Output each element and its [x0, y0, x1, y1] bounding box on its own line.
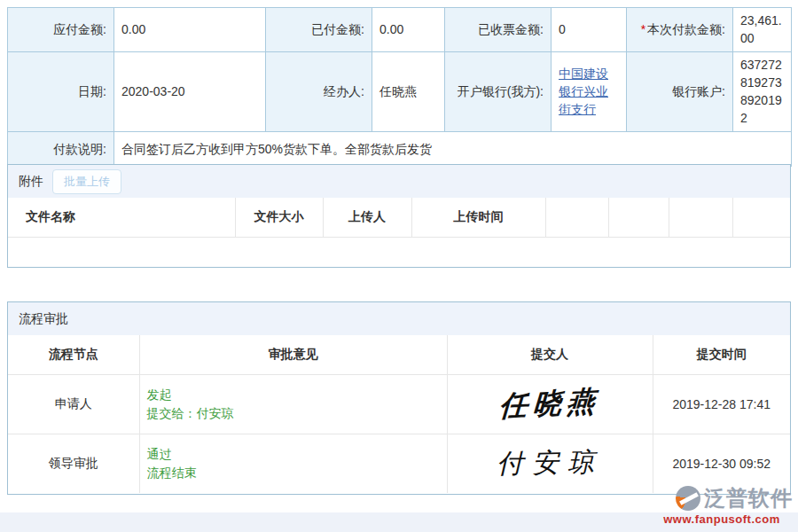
- table-row: 日期: 2020-03-20 经办人: 任晓燕 开户银行(我方): 中国建设银行…: [8, 51, 792, 131]
- current-payment-value: 23,461.00: [733, 8, 792, 52]
- handler-value: 任晓燕: [372, 51, 445, 131]
- signature-image: 任晓燕: [498, 381, 601, 426]
- approval-header: 流程审批: [8, 302, 790, 335]
- approval-panel: 流程审批 流程节点 审批意见 提交人 提交时间 申请人 发起 提交给：付安琼 任…: [7, 301, 791, 495]
- required-asterisk: *: [641, 22, 645, 36]
- invoiced-amount-value: 0: [552, 8, 627, 52]
- paid-amount-value: 0.00: [372, 8, 445, 52]
- col-submit-time: 提交时间: [653, 335, 790, 374]
- attachments-header-row: 文件名称 文件大小 上传人 上传时间: [8, 198, 790, 237]
- col-file-name: 文件名称: [8, 198, 235, 237]
- payment-summary-table: 应付金额: 0.00 已付金额: 0.00 已收票金额: 0 *本次付款金额: …: [7, 7, 792, 167]
- col-flow-node: 流程节点: [8, 335, 139, 374]
- col-empty: [732, 198, 790, 237]
- col-empty: [608, 198, 669, 237]
- bank-account-label: 银行账户:: [627, 51, 733, 131]
- col-submitter: 提交人: [447, 335, 653, 374]
- opinion-line: 提交给：付安琼: [147, 404, 447, 423]
- opinion-line: 流程结束: [147, 464, 447, 482]
- opinion-line: 发起: [147, 386, 447, 404]
- payment-note-label: 付款说明:: [8, 131, 114, 166]
- col-empty: [545, 198, 608, 237]
- submitter-signature-cell: 任晓燕: [447, 374, 653, 434]
- flow-node: 领导审批: [8, 434, 139, 493]
- bank-label: 开户银行(我方):: [445, 51, 552, 131]
- attachments-panel: 附件 批量上传 文件名称 文件大小 上传人 上传时间: [7, 164, 791, 268]
- current-payment-label-text: 本次付款金额:: [647, 22, 725, 36]
- vendor-name: 泛普软件: [704, 484, 793, 512]
- approval-header-row: 流程节点 审批意见 提交人 提交时间: [8, 335, 790, 374]
- signature-image: 付安琼: [497, 444, 604, 482]
- bank-cell: 中国建设银行兴业街支行: [552, 51, 627, 131]
- attachments-header: 附件 批量上传: [8, 165, 790, 198]
- date-label: 日期:: [8, 51, 114, 131]
- paid-amount-label: 已付金额:: [266, 8, 372, 52]
- vendor-logo: 泛普软件 www.fanpusoft.com: [651, 484, 793, 526]
- approval-opinion: 通过 流程结束: [139, 434, 447, 493]
- payment-detail-page: 应付金额: 0.00 已付金额: 0.00 已收票金额: 0 *本次付款金额: …: [0, 0, 798, 532]
- col-upload-time: 上传时间: [411, 198, 545, 237]
- current-payment-label: *本次付款金额:: [627, 8, 733, 52]
- flow-node: 申请人: [8, 374, 139, 434]
- payment-note-value: 合同签订后乙方收到甲方50%货款下单。全部货款后发货: [114, 131, 792, 166]
- vendor-logo-top: 泛普软件: [651, 484, 793, 512]
- approval-title: 流程审批: [19, 311, 68, 327]
- col-opinion: 审批意见: [139, 335, 447, 374]
- attachments-table: 文件名称 文件大小 上传人 上传时间: [8, 198, 790, 238]
- table-row: 应付金额: 0.00 已付金额: 0.00 已收票金额: 0 *本次付款金额: …: [8, 8, 792, 52]
- col-uploader: 上传人: [323, 198, 411, 237]
- attachments-title: 附件: [19, 174, 43, 190]
- invoiced-amount-label: 已收票金额:: [445, 8, 552, 52]
- submit-time: 2019-12-28 17:41: [653, 374, 790, 434]
- date-value: 2020-03-20: [114, 51, 266, 131]
- approval-row-applicant: 申请人 发起 提交给：付安琼 任晓燕 2019-12-28 17:41: [8, 374, 790, 434]
- opinion-line: 通过: [147, 445, 447, 464]
- submitter-signature-cell: 付安琼: [447, 434, 653, 493]
- col-empty: [669, 198, 732, 237]
- approval-opinion: 发起 提交给：付安琼: [139, 374, 447, 434]
- batch-upload-button[interactable]: 批量上传: [52, 169, 121, 194]
- payable-amount-label: 应付金额:: [8, 8, 114, 52]
- payable-amount-value: 0.00: [114, 8, 266, 52]
- fanpu-logo-icon: [676, 486, 700, 511]
- handler-label: 经办人:: [266, 51, 372, 131]
- bank-link[interactable]: 中国建设银行兴业街支行: [559, 66, 608, 117]
- bank-account-value: 6372728192738920192: [733, 51, 792, 131]
- table-row: 付款说明: 合同签订后乙方收到甲方50%货款下单。全部货款后发货: [8, 131, 792, 166]
- col-file-size: 文件大小: [235, 198, 323, 237]
- approval-table: 流程节点 审批意见 提交人 提交时间 申请人 发起 提交给：付安琼 任晓燕 20…: [8, 335, 790, 493]
- vendor-website: www.fanpusoft.com: [651, 512, 793, 526]
